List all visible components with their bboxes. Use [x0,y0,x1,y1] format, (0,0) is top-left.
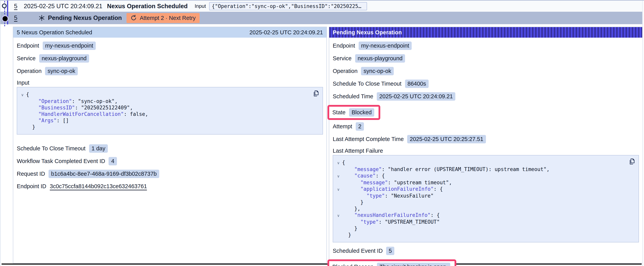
json-key: "message" [360,180,388,185]
field-service: Service nexus-playground [17,54,323,63]
json-key: "message" [354,166,382,172]
code-line: "message": "handler error (UPSTREAM_TIME… [335,166,627,173]
pending-title: Pending Nexus Operation [48,15,122,22]
code-line: } [19,124,311,130]
code-line: "HandlerWaitForCancellation": false, [19,111,311,117]
field-label: Schedule To Close Timeout [333,81,402,87]
left-panel-title: 5 Nexus Operation Scheduled [17,29,92,36]
right-panel-title: Pending Nexus Operation [333,29,402,36]
code-line: ∨ "cause": { [335,173,627,179]
scrollbar-track[interactable] [642,1,644,266]
field-value-chip: nexus-playground [355,54,405,63]
event-detail-card-scheduled: 5 Nexus Operation Scheduled 2025-02-25 U… [13,27,327,263]
json-key: "applicationFailureInfo" [360,186,434,192]
field-label: Schedule To Close Timeout [17,145,86,152]
json-key: "type" [360,219,379,225]
field-schedule-to-close: Schedule To Close Timeout 86400s [333,80,639,88]
copy-icon[interactable] [312,90,320,98]
collapse-chevron-icon[interactable]: ∨ [335,186,342,193]
code-line: "type": "NexusFailure" [335,193,627,199]
copy-icon[interactable] [628,158,636,166]
input-section-label: Input [17,80,323,86]
field-operation: Operation sync-op-ok [17,67,323,75]
json-key: "HandlerWaitForCancellation" [38,111,124,117]
left-panel-body: Endpoint my-nexus-endpoint Service nexus… [13,38,326,190]
field-value-chip: sync-op-ok [361,67,394,75]
field-value-chip: 2025-02-25 UTC 20:25:27.51 [407,135,486,143]
collapse-chevron-icon[interactable]: ∨ [335,173,342,179]
input-json-block: ∨{ "Operation": "sync-op-ok", "BusinessI… [17,87,323,135]
event-row-scheduled[interactable]: 5 2025-02-25 UTC 20:24:09.21 Nexus Opera… [0,1,642,12]
collapse-chevron-icon[interactable]: ∨ [335,160,342,166]
right-panel-header: Pending Nexus Operation [329,27,642,38]
field-schedule-to-close: Schedule To Close Timeout 1 day [17,144,323,153]
failure-json-block: ∨{ "message": "handler error (UPSTREAM_T… [333,155,639,242]
timeline-open-node[interactable] [2,4,7,8]
endpoint-id-link[interactable]: 3c0c75ccfa8144b092c13ce632463761 [50,183,147,190]
retry-status-badge: Attempt 2 · Next Retry [126,13,200,23]
code-line: "message": "upstream timeout", [335,179,627,186]
code-line: "Args": [] [19,117,311,124]
event-row-pending[interactable]: 5 Pending Nexus Operation Attempt 2 · Ne… [0,12,642,24]
field-value-chip: my-nexus-endpoint [359,42,412,50]
field-label: Scheduled Event ID [333,248,382,254]
state-highlight-box: State Blocked [328,105,380,120]
field-value-chip: 1 day [89,144,108,153]
field-label: Endpoint ID [17,183,46,190]
code-line: }, [335,205,627,212]
field-scheduled-event-id: Scheduled Event ID 5 [333,247,639,255]
field-label: Workflow Task Completed Event ID [17,158,105,164]
event-timeline [0,1,12,27]
retry-badge-label: Attempt 2 · Next Retry [140,15,196,21]
bottom-divider [2,263,642,265]
code-line: ∨ "nexusHandlerFailureInfo": { [335,212,627,219]
left-panel-header: 5 Nexus Operation Scheduled 2025-02-25 U… [13,27,326,38]
field-label: Attempt [333,123,352,130]
input-preview-chip[interactable]: {"Operation":"sync-op-ok","BusinessID":"… [209,2,367,10]
code-line: "BusinessID": "20250225122409", [19,105,311,111]
pending-event-id-link[interactable]: 5 [14,15,21,22]
state-field-row: State Blocked [333,105,639,120]
left-panel-time: 2025-02-25 UTC 20:24:09.21 [250,29,323,36]
field-label: Endpoint [17,43,39,49]
event-id-link[interactable]: 5 [14,3,21,10]
field-label: State [332,109,346,116]
field-operation: Operation sync-op-ok [333,67,639,75]
pending-operation-card: Pending Nexus Operation Endpoint my-nexu… [329,27,643,263]
code-line: "type": "UPSTREAM_TIMEOUT" [335,219,627,225]
collapse-chevron-icon[interactable]: ∨ [19,92,26,98]
state-value-chip: Blocked [349,108,374,117]
field-value-chip: 86400s [405,80,428,88]
json-key: "BusinessID" [38,105,75,111]
field-label: Operation [17,68,42,74]
retry-icon [130,15,137,21]
json-key: "nexusHandlerFailureInfo" [354,212,430,218]
field-wft-completed-event-id: Workflow Task Completed Event ID 4 [17,157,323,165]
field-endpoint-id: Endpoint ID 3c0c75ccfa8144b092c13ce63246… [17,182,323,190]
blocked-reason-chip: The circuit breaker is open. [377,263,450,266]
code-line: ∨ "applicationFailureInfo": { [335,186,627,193]
event-title: Nexus Operation Scheduled [107,3,188,10]
field-value-chip: b1c6a4bc-8ee7-468a-9169-df3b02c8737b [48,170,159,178]
code-line: } [335,225,627,232]
field-value-chip: sync-op-ok [45,67,78,75]
json-key: "Operation" [38,98,72,104]
field-service: Service nexus-playground [333,54,639,63]
code-line: "Operation": "sync-op-ok", [19,98,311,105]
field-value-chip: 2 [356,122,364,131]
last-attempt-failure-label: Last Attempt Failure [333,148,639,154]
field-attempt: Attempt 2 [333,122,639,131]
json-key: "cause" [354,173,376,179]
field-label: Service [333,55,352,62]
timeline-filled-node[interactable] [2,16,8,21]
event-timestamp: 2025-02-25 UTC 20:24:09.21 [24,3,102,10]
code-line: } [335,199,627,205]
collapse-chevron-icon[interactable]: ∨ [335,212,342,219]
field-endpoint: Endpoint my-nexus-endpoint [333,42,639,50]
blocked-reason-highlight-box: Blocked Reason The circuit breaker is op… [328,259,456,266]
timeline-selection-bar [7,1,8,24]
json-key: "Args" [38,118,57,123]
code-line: ∨{ [19,91,311,98]
field-value-chip: my-nexus-endpoint [43,42,96,50]
field-value-chip: 4 [108,157,117,165]
